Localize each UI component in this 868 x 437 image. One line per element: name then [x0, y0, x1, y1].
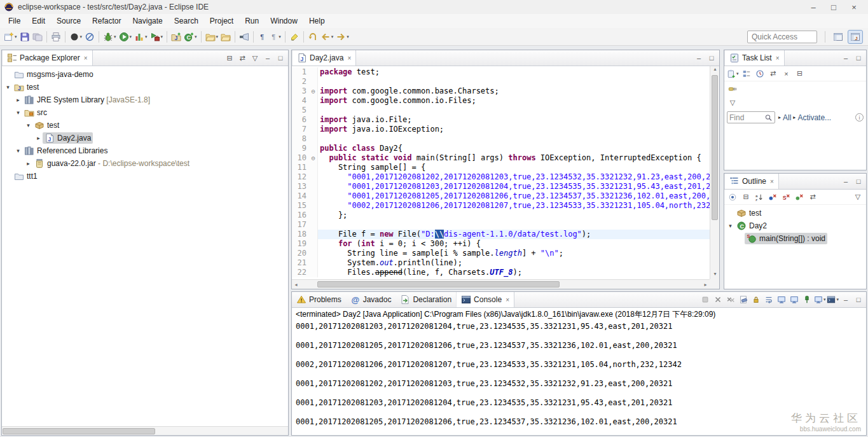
- maximize-button[interactable]: □: [853, 176, 864, 187]
- menu-edit[interactable]: Edit: [26, 15, 51, 27]
- find-input[interactable]: Find: [727, 111, 775, 123]
- dropdown-arrow-icon[interactable]: ▾: [279, 34, 281, 39]
- expander-icon[interactable]: ▸: [24, 160, 32, 167]
- expander-icon[interactable]: ▾: [14, 148, 22, 154]
- code-line-2[interactable]: 2: [292, 77, 710, 87]
- editor-presentation-button[interactable]: ¶▾: [268, 30, 282, 44]
- open-perspective-button[interactable]: [830, 30, 846, 44]
- run-external-tools-button[interactable]: ▾: [149, 30, 165, 44]
- print-button[interactable]: [50, 30, 62, 44]
- editor-tab-day2[interactable]: J Day2.java ×: [292, 50, 356, 66]
- scheduled-mode-button[interactable]: [754, 68, 766, 80]
- code-line-19[interactable]: 19 for (int i = 0; i < 300; ++i) {: [292, 239, 710, 249]
- explorer-item[interactable]: ▸guava-22.0.jar - D:\eclipse-workspace\t…: [2, 157, 288, 170]
- hide-static-members-button[interactable]: S: [780, 191, 792, 203]
- tab-problems[interactable]: Problems: [292, 292, 346, 307]
- explorer-item[interactable]: ▸JDay2.java: [2, 132, 288, 144]
- new-java-class-button[interactable]: C▾: [183, 30, 198, 44]
- scroll-left-icon[interactable]: ◂: [292, 280, 300, 289]
- expander-icon[interactable]: ▸: [14, 97, 22, 103]
- info-icon[interactable]: i: [855, 113, 864, 121]
- last-edit-location-button[interactable]: [307, 30, 319, 44]
- delete-button[interactable]: ×: [781, 68, 792, 80]
- back-button[interactable]: ▾: [319, 30, 335, 44]
- menu-refactor[interactable]: Refactor: [86, 15, 127, 27]
- menu-help[interactable]: Help: [303, 15, 331, 27]
- tab-console[interactable]: Console×: [456, 292, 514, 307]
- explorer-item[interactable]: ttt1: [2, 170, 288, 183]
- expander-icon[interactable]: ▾: [24, 122, 32, 128]
- code-line-21[interactable]: 21 System.out.println(line);: [292, 258, 710, 268]
- expander-icon[interactable]: ▾: [726, 223, 734, 229]
- menu-file[interactable]: File: [3, 15, 26, 27]
- explorer-item[interactable]: ▾Jtest: [2, 81, 288, 94]
- vertical-scrollbar[interactable]: ▴ ▾: [710, 66, 719, 279]
- java-perspective-button[interactable]: J: [848, 30, 863, 44]
- maximize-button[interactable]: □: [275, 52, 286, 64]
- scrollbar-thumb[interactable]: [3, 428, 155, 434]
- open-task-button[interactable]: ▾: [204, 30, 220, 44]
- scroll-down-icon[interactable]: ▾: [710, 271, 719, 279]
- maximize-button[interactable]: □: [706, 52, 717, 64]
- scrollbar-thumb[interactable]: [317, 281, 560, 288]
- new-java-project-button[interactable]: J: [170, 30, 183, 44]
- close-icon[interactable]: ×: [347, 55, 351, 62]
- terminate-button[interactable]: [699, 294, 711, 305]
- dropdown-arrow-icon[interactable]: ▾: [114, 34, 116, 39]
- code-line-11[interactable]: 11 String sample[] = {: [292, 163, 710, 172]
- search-button[interactable]: [238, 30, 251, 44]
- scroll-right-icon[interactable]: ▸: [701, 280, 710, 289]
- explorer-item[interactable]: ▾Referenced Libraries: [2, 144, 288, 157]
- mark-occurrences-button[interactable]: [288, 30, 301, 44]
- code-line-10[interactable]: 10⊖ public static void main(String[] arg…: [292, 153, 710, 163]
- outline-item[interactable]: ▾CDay2: [724, 219, 866, 232]
- code-line-12[interactable]: 12 "0001,20171202081202,20171202081203,t…: [292, 172, 710, 182]
- collapse-all-button[interactable]: ⊟: [224, 52, 235, 64]
- hide-non-public-button[interactable]: [794, 191, 805, 203]
- dropdown-arrow-icon[interactable]: ▾: [145, 34, 148, 39]
- save-all-button[interactable]: [31, 30, 44, 44]
- close-icon[interactable]: ×: [770, 178, 774, 185]
- dropdown-arrow-icon[interactable]: ▾: [823, 297, 826, 302]
- close-button[interactable]: ×: [844, 3, 864, 12]
- explorer-item[interactable]: ▸JRE System Library [JavaSE-1.8]: [2, 94, 288, 106]
- minimize-button[interactable]: –: [840, 294, 851, 305]
- minimize-button[interactable]: –: [693, 52, 705, 64]
- code-line-14[interactable]: 14 "0001,20171202081205,20171202081206,t…: [292, 191, 710, 201]
- debug-button[interactable]: ▾: [102, 30, 118, 44]
- dropdown-arrow-icon[interactable]: ▾: [736, 71, 739, 76]
- dropdown-arrow-icon[interactable]: ▾: [216, 34, 219, 39]
- dropdown-arrow-icon[interactable]: ▾: [195, 34, 197, 39]
- code-line-8[interactable]: 8: [292, 134, 710, 144]
- minimize-button[interactable]: –: [840, 52, 851, 64]
- menu-window[interactable]: Window: [265, 15, 303, 27]
- hide-fields-button[interactable]: [767, 191, 778, 203]
- horizontal-scrollbar[interactable]: [2, 426, 288, 435]
- show-on-stdout-button[interactable]: [776, 294, 787, 305]
- menu-search[interactable]: Search: [169, 15, 204, 27]
- link-with-editor-button[interactable]: ⇄: [768, 68, 779, 80]
- dropdown-arrow-icon[interactable]: ▾: [130, 34, 132, 39]
- code-line-15[interactable]: 15 "0002,20171202081206,20171202081207,t…: [292, 201, 710, 211]
- show-on-stderr-button[interactable]: [789, 294, 800, 305]
- run-button[interactable]: ▾: [118, 30, 134, 44]
- link-with-editor-button[interactable]: ⇄: [237, 52, 248, 64]
- view-menu-button[interactable]: ▽: [852, 191, 864, 203]
- collapse-all-button[interactable]: ⊟: [740, 191, 752, 203]
- open-console-button[interactable]: ▾: [827, 294, 839, 305]
- code-line-20[interactable]: 20 String line = sample[i % sample.lengt…: [292, 249, 710, 258]
- display-selected-console-button[interactable]: ▾: [814, 294, 826, 305]
- launch-button[interactable]: ▾: [68, 30, 84, 44]
- pin-console-button[interactable]: [801, 294, 813, 305]
- explorer-item[interactable]: ▾test: [2, 119, 288, 132]
- code-editor[interactable]: 1package test;23⊖import com.google.commo…: [292, 66, 719, 289]
- dropdown-arrow-icon[interactable]: ▾: [347, 34, 349, 39]
- tasklist-link-all[interactable]: All: [783, 113, 791, 122]
- save-button[interactable]: [18, 30, 31, 44]
- tab-declaration[interactable]: Declaration: [396, 292, 456, 307]
- expander-icon[interactable]: ▾: [14, 109, 22, 116]
- outline-item[interactable]: test: [724, 207, 866, 219]
- view-menu-button[interactable]: ▽: [249, 52, 261, 64]
- dropdown-arrow-icon[interactable]: ▾: [331, 34, 334, 39]
- menu-run[interactable]: Run: [239, 15, 265, 27]
